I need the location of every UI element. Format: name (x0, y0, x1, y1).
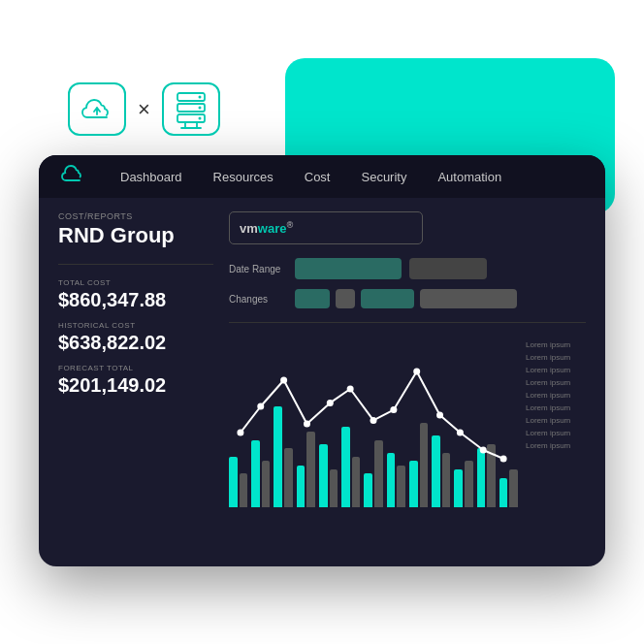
top-icons-row: × (68, 82, 220, 136)
server-icon-box (162, 82, 220, 136)
teal-bar-0 (229, 457, 238, 507)
legend-item-5: Lorem ipsum (526, 403, 586, 412)
legend-item-8: Lorem ipsum (526, 441, 586, 450)
nav-item-dashboard[interactable]: Dashboard (105, 155, 198, 198)
teal-bar-3 (297, 466, 306, 507)
changes-label: Changes (229, 294, 287, 305)
times-icon: × (138, 97, 150, 122)
chart-container: Lorem ipsumLorem ipsumLorem ipsumLorem i… (229, 337, 586, 511)
legend-item-7: Lorem ipsum (526, 429, 586, 437)
metric-forecast-total-label: FORECAST TOTAL (58, 364, 213, 372)
divider-1 (58, 264, 213, 265)
gray-bar-5 (352, 457, 361, 507)
svg-point-21 (500, 456, 507, 463)
svg-point-5 (198, 116, 201, 119)
bar-group-11 (477, 444, 496, 507)
teal-bar-6 (364, 473, 372, 507)
gray-bar-11 (487, 444, 496, 507)
dashboard-card: Dashboard Resources Cost Security Automa… (39, 155, 605, 566)
date-range-bar-1[interactable] (295, 258, 402, 279)
svg-point-19 (457, 430, 464, 436)
legend-item-0: Lorem ipsum (526, 340, 586, 349)
divider-2 (229, 322, 586, 323)
left-panel: COST/REPORTS RND Group TOTAL COST $860,3… (58, 211, 213, 511)
nav-item-cost[interactable]: Cost (289, 155, 346, 198)
vendor-filter-input[interactable]: vmware® (229, 211, 423, 244)
gray-bar-1 (262, 461, 271, 507)
bar-group-7 (387, 453, 405, 507)
teal-bar-8 (409, 461, 418, 507)
legend-item-4: Lorem ipsum (526, 391, 586, 400)
bar-group-12 (499, 469, 518, 507)
teal-bar-11 (477, 448, 486, 507)
date-range-label: Date Range (229, 264, 287, 274)
change-chip-3[interactable] (361, 289, 414, 308)
metric-total-cost: TOTAL COST $860,347.88 (58, 278, 213, 311)
gray-bar-8 (420, 423, 429, 507)
date-range-bar-2[interactable] (409, 258, 487, 279)
bar-group-8 (409, 423, 428, 507)
change-chip-4[interactable] (420, 289, 517, 308)
svg-point-10 (257, 403, 264, 410)
metric-total-cost-label: TOTAL COST (58, 278, 213, 287)
date-range-row: Date Range (229, 258, 586, 279)
teal-bar-7 (387, 453, 396, 507)
changes-row: Changes (229, 289, 586, 308)
teal-bar-1 (251, 440, 260, 507)
svg-point-12 (304, 421, 310, 428)
gray-bar-6 (374, 440, 383, 507)
teal-bar-2 (274, 406, 282, 507)
bar-group-0 (229, 457, 247, 507)
gray-bar-7 (397, 466, 405, 507)
gray-bar-12 (509, 469, 518, 507)
gray-bar-9 (442, 453, 451, 507)
change-chip-2[interactable] (336, 289, 355, 308)
svg-point-17 (413, 369, 420, 375)
svg-point-18 (436, 412, 443, 419)
gray-bar-3 (306, 432, 315, 507)
teal-bar-5 (341, 427, 350, 507)
changes-chips (295, 289, 517, 308)
svg-point-11 (280, 377, 287, 384)
vendor-text: vmware® (240, 220, 293, 236)
legend-item-3: Lorem ipsum (526, 378, 586, 387)
legend-item-2: Lorem ipsum (526, 366, 586, 374)
chart-legend: Lorem ipsumLorem ipsumLorem ipsumLorem i… (518, 337, 586, 511)
cloud-upload-icon (80, 96, 113, 123)
nav-item-security[interactable]: Security (345, 155, 422, 198)
svg-point-16 (390, 406, 397, 413)
cloud-icon-box (68, 82, 126, 136)
chart-bars (229, 337, 518, 511)
metric-forecast-total: FORECAST TOTAL $201,149.02 (58, 364, 213, 397)
bar-group-5 (341, 427, 360, 507)
server-stack-icon (173, 89, 209, 130)
right-panel: vmware® Date Range Changes (229, 211, 586, 511)
metric-historical-cost: HISTORICAL COST $638,822.02 (58, 321, 213, 354)
bar-group-10 (454, 461, 472, 507)
gray-bar-4 (330, 469, 338, 507)
svg-point-13 (327, 400, 334, 406)
legend-item-6: Lorem ipsum (526, 416, 586, 425)
bar-group-1 (251, 440, 270, 507)
nav-logo (58, 161, 85, 192)
metric-historical-cost-value: $638,822.02 (58, 332, 213, 354)
cost-reports-label: COST/REPORTS (58, 211, 213, 221)
nav-item-resources[interactable]: Resources (198, 155, 289, 198)
svg-point-15 (370, 417, 377, 424)
gray-bar-0 (240, 473, 248, 507)
gray-bar-10 (465, 461, 473, 507)
svg-point-3 (198, 95, 201, 98)
metric-historical-cost-label: HISTORICAL COST (58, 321, 213, 330)
svg-point-14 (347, 386, 354, 393)
group-name: RND Group (58, 223, 213, 248)
svg-point-4 (198, 106, 201, 109)
bar-group-2 (274, 406, 292, 507)
bar-group-9 (432, 435, 450, 507)
teal-bar-9 (432, 435, 440, 507)
main-content: COST/REPORTS RND Group TOTAL COST $860,3… (39, 198, 605, 525)
change-chip-1[interactable] (295, 289, 330, 308)
gray-bar-2 (284, 448, 293, 507)
metric-total-cost-value: $860,347.88 (58, 289, 213, 311)
nav-item-automation[interactable]: Automation (422, 155, 517, 198)
teal-bar-4 (319, 444, 328, 507)
